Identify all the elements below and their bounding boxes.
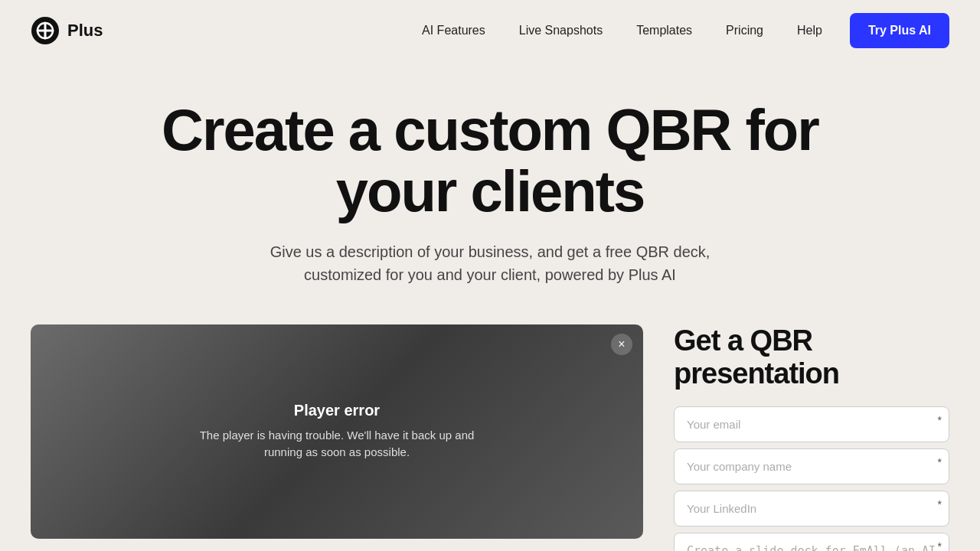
hero-section: Create a custom QBR for your clients Giv… (0, 61, 980, 309)
company-required-star: * (938, 456, 942, 468)
hero-title: Create a custom QBR for your clients (145, 99, 835, 222)
linkedin-required-star: * (938, 498, 942, 510)
logo[interactable]: Plus (31, 16, 103, 45)
nav-help[interactable]: Help (783, 18, 836, 44)
player-error-title: Player error (191, 402, 482, 419)
nav-ai-features[interactable]: AI Features (408, 18, 499, 44)
video-player: × Player error The player is having trou… (31, 324, 643, 539)
description-textarea[interactable] (674, 533, 949, 551)
content-row: × Player error The player is having trou… (0, 309, 980, 551)
navbar: Plus AI Features Live Snapshots Template… (0, 0, 980, 61)
company-field-wrap: * (674, 448, 949, 484)
form-title-line1: Get a QBR (674, 324, 812, 357)
logo-label: Plus (67, 21, 103, 41)
description-required-star: * (938, 540, 942, 551)
try-plus-ai-button[interactable]: Try Plus AI (850, 13, 949, 48)
player-close-button[interactable]: × (611, 334, 632, 355)
nav-templates[interactable]: Templates (622, 18, 706, 44)
hero-subtitle-line2: customized for you and your client, powe… (304, 266, 676, 283)
nav-live-snapshots[interactable]: Live Snapshots (505, 18, 616, 44)
player-error-content: Player error The player is having troubl… (191, 402, 482, 461)
plus-logo-icon (31, 16, 60, 45)
description-field-wrap: * (674, 533, 949, 551)
player-error-message: The player is having trouble. We'll have… (191, 427, 482, 461)
email-required-star: * (938, 414, 942, 426)
nav-links: AI Features Live Snapshots Templates Pri… (408, 13, 949, 48)
form-title-line2: presentation (674, 357, 839, 390)
form-panel: Get a QBR presentation * * * * (674, 324, 949, 551)
hero-subtitle: Give us a description of your business, … (253, 240, 727, 286)
linkedin-field-wrap: * (674, 491, 949, 527)
linkedin-input[interactable] (674, 491, 949, 527)
email-field-wrap: * (674, 406, 949, 442)
nav-pricing[interactable]: Pricing (712, 18, 777, 44)
hero-subtitle-line1: Give us a description of your business, … (270, 243, 710, 260)
form-title: Get a QBR presentation (674, 324, 949, 391)
company-name-input[interactable] (674, 448, 949, 484)
email-input[interactable] (674, 406, 949, 442)
